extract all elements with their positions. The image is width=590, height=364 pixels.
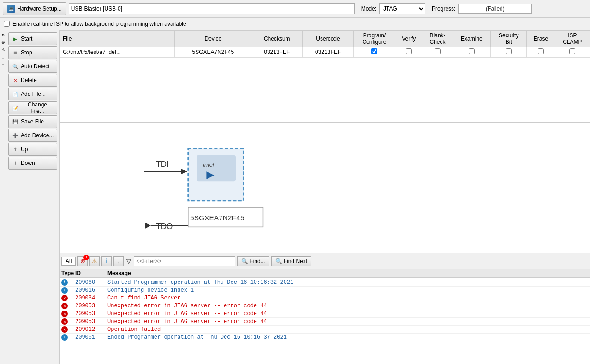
log-message: Unexpected error in JTAG server -- error…: [107, 318, 588, 325]
cell-blank-check[interactable]: [423, 47, 453, 58]
col-blank-check: Blank-Check: [423, 31, 453, 47]
diagram-panel: TDI intel 5SGXEA7N2F45 TDO: [60, 123, 590, 253]
progress-bar: (Failed): [458, 4, 532, 14]
sidebar: ▶ Start ⏹ Stop 🔍 Auto Detect ✕ Delete 📄 …: [6, 30, 60, 364]
cell-file: G:/tmp/tr5/test/a7_def...: [60, 47, 175, 58]
log-header: Type ID Message: [60, 269, 590, 278]
col-verify: Verify: [395, 31, 423, 47]
cell-erase[interactable]: [527, 47, 555, 58]
add-file-button[interactable]: 📄 Add File...: [8, 88, 57, 100]
security-checkbox[interactable]: [506, 48, 512, 54]
stop-label: Stop: [21, 49, 32, 56]
main-area: ✕ ⊕ ⚠ ↓ ≡ ▶ Start ⏹ Stop 🔍 Auto Detect ✕…: [0, 30, 590, 364]
hardware-setup-button[interactable]: 💻 Hardware Setup...: [3, 2, 66, 15]
log-type-icon: i: [61, 334, 75, 341]
cell-security[interactable]: [491, 47, 527, 58]
intel-text: intel: [203, 161, 215, 168]
info-filter-btn[interactable]: ℹ: [101, 256, 112, 266]
start-label: Start: [21, 35, 32, 42]
program-checkbox[interactable]: [371, 48, 377, 54]
log-type-icon: ✕: [61, 311, 75, 317]
down-icon: ⬇: [12, 159, 19, 167]
change-file-button[interactable]: 📝 Change File...: [8, 101, 57, 114]
log-type-icon: ✕: [61, 295, 75, 301]
filter-input[interactable]: [134, 256, 235, 266]
cell-examine[interactable]: [453, 47, 491, 58]
log-message: Can't find JTAG Server: [107, 295, 588, 301]
cell-program[interactable]: [353, 47, 395, 58]
log-tab-all[interactable]: All: [61, 257, 76, 266]
log-row: i209061Ended Programmer operation at Thu…: [60, 334, 590, 341]
add-device-icon: ➕: [12, 132, 19, 139]
log-id: 209053: [75, 311, 107, 317]
edge-btn-4[interactable]: ↓: [0, 54, 6, 60]
log-row: ✕209012Operation failed: [60, 326, 590, 334]
suppress-filter-btn[interactable]: ↓: [113, 256, 124, 266]
programmer-table: File Device Checksum Usercode Program/Co…: [60, 30, 590, 58]
down-button[interactable]: ⬇ Down: [8, 157, 57, 170]
find-next-label: Find Next: [284, 258, 307, 264]
auto-detect-button[interactable]: 🔍 Auto Detect: [8, 60, 57, 73]
log-type-icon: ✕: [61, 303, 75, 309]
col-program: Program/Configure: [353, 31, 395, 47]
stop-button[interactable]: ⏹ Stop: [8, 46, 57, 59]
progress-text: (Failed): [486, 6, 505, 12]
top-toolbar: 💻 Hardware Setup... Mode: JTAG Progress:…: [0, 0, 590, 18]
log-message: Started Programmer operation at Thu Dec …: [107, 279, 588, 286]
log-id: 209012: [75, 326, 107, 333]
col-id-header: ID: [75, 270, 107, 276]
usb-blaster-input[interactable]: [69, 3, 355, 14]
cell-usercode: 03213FEF: [303, 47, 354, 58]
col-type-header: Type: [61, 270, 75, 276]
up-button[interactable]: ⬆ Up: [8, 143, 57, 156]
col-file: File: [60, 31, 175, 47]
find-next-button[interactable]: 🔍 Find Next: [271, 256, 311, 266]
hw-icon: 💻: [7, 5, 15, 13]
log-type-icon: ✕: [61, 318, 75, 325]
find-button[interactable]: 🔍 Find...: [237, 256, 269, 266]
intel-logo-bg: [197, 155, 236, 182]
delete-label: Delete: [21, 77, 37, 83]
mode-label: Mode:: [361, 6, 376, 12]
up-label: Up: [21, 146, 28, 153]
edge-btn-5[interactable]: ≡: [0, 62, 6, 67]
examine-checkbox[interactable]: [469, 48, 475, 54]
cell-isp-clamp[interactable]: [555, 47, 590, 58]
edge-btn-2[interactable]: ⊕: [0, 40, 6, 45]
down-label: Down: [21, 160, 35, 166]
find-label: Find...: [250, 258, 265, 264]
up-icon: ⬆: [12, 146, 19, 153]
edge-btn-1[interactable]: ✕: [0, 32, 6, 38]
col-device: Device: [175, 31, 251, 47]
warning-filter-btn[interactable]: ⚠: [89, 256, 100, 266]
log-row: ✕209034Can't find JTAG Server: [60, 294, 590, 302]
error-badge: !: [83, 255, 89, 260]
autodetect-icon: 🔍: [12, 63, 19, 70]
cell-verify[interactable]: [395, 47, 423, 58]
delete-button[interactable]: ✕ Delete: [8, 74, 57, 87]
binoculars-next-icon: 🔍: [275, 258, 282, 264]
add-file-icon: 📄: [12, 90, 19, 98]
add-device-button[interactable]: ➕ Add Device...: [8, 129, 57, 142]
log-id: 209016: [75, 287, 107, 294]
blank-check-checkbox[interactable]: [435, 48, 441, 54]
table-row: G:/tmp/tr5/test/a7_def... 5SGXEA7N2F45 0…: [60, 47, 590, 58]
programmer-table-panel: File Device Checksum Usercode Program/Co…: [60, 30, 590, 123]
verify-checkbox[interactable]: [406, 48, 412, 54]
log-type-icon: i: [61, 279, 75, 286]
edge-btn-3[interactable]: ⚠: [0, 47, 6, 53]
isp-clamp-checkbox[interactable]: [569, 48, 575, 54]
log-row: i209060Started Programmer operation at T…: [60, 279, 590, 287]
isp-checkbox[interactable]: [4, 21, 10, 27]
tdi-label: TDI: [156, 160, 168, 169]
start-button[interactable]: ▶ Start: [8, 32, 57, 45]
mode-select[interactable]: JTAG: [379, 3, 425, 14]
log-type-icon: ✕: [61, 326, 75, 333]
error-filter-btn[interactable]: ⊗ !: [77, 256, 88, 266]
change-file-icon: 📝: [12, 104, 19, 112]
erase-checkbox[interactable]: [538, 48, 544, 54]
save-file-button[interactable]: 💾 Save File: [8, 115, 57, 128]
log-message: Unexpected error in JTAG server -- error…: [107, 303, 588, 309]
log-row: ✕209053Unexpected error in JTAG server -…: [60, 318, 590, 326]
jtag-diagram: TDI intel 5SGXEA7N2F45 TDO: [60, 123, 590, 253]
